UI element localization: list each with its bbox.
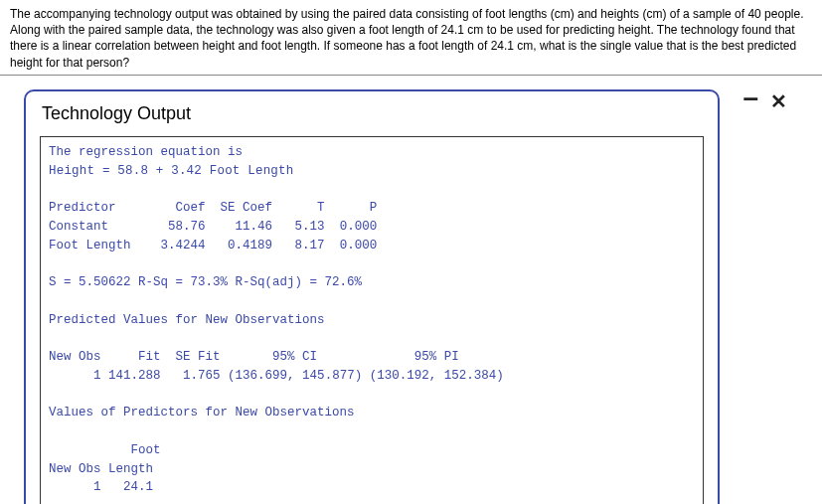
- regression-header: The regression equation is: [49, 145, 243, 159]
- newobs-r1c1: 1: [93, 369, 101, 383]
- newobs-h5: 95% PI: [414, 350, 459, 364]
- pred-header-predictor: Predictor: [49, 201, 116, 215]
- newobs-r1c2: 141.288: [108, 369, 161, 383]
- values-r1c1: 1: [93, 480, 101, 494]
- values-header: Values of Predictors for New Observation…: [49, 406, 355, 420]
- newobs-h3: SE Fit: [176, 350, 221, 364]
- close-icon[interactable]: ✕: [770, 91, 787, 111]
- pred-foot-coef: 3.4244: [161, 239, 206, 252]
- values-h2a: New Obs: [49, 462, 101, 476]
- newobs-r1c3: 1.765: [183, 369, 221, 383]
- values-h2b: Length: [108, 462, 153, 476]
- newobs-h1: New Obs: [49, 350, 101, 364]
- newobs-r1c5: (130.192, 152.384): [370, 369, 504, 383]
- pred-header-coef: Coef: [176, 201, 206, 215]
- pred-constant-se: 11.46: [236, 220, 273, 234]
- predicted-values-header: Predicted Values for New Observations: [49, 313, 325, 327]
- regression-output: The regression equation is Height = 58.8…: [40, 136, 704, 504]
- pred-header-t: T: [317, 201, 325, 215]
- panel-title: Technology Output: [42, 103, 704, 124]
- values-h1: Foot: [131, 443, 161, 457]
- technology-output-panel: – ✕ Technology Output The regression equ…: [24, 89, 720, 504]
- newobs-h4: 95% CI: [272, 350, 317, 364]
- newobs-h2: Fit: [138, 350, 161, 364]
- pred-constant-coef: 58.76: [168, 220, 206, 234]
- pred-constant-p: 0.000: [340, 220, 378, 234]
- pred-constant-t: 5.13: [295, 220, 325, 234]
- pred-foot-p: 0.000: [340, 239, 378, 252]
- values-r1c2: 24.1: [123, 480, 153, 494]
- pred-foot-label: Foot Length: [49, 239, 131, 252]
- pred-constant-label: Constant: [49, 220, 108, 234]
- pred-foot-t: 8.17: [295, 239, 325, 252]
- model-stats: S = 5.50622 R-Sq = 73.3% R-Sq(adj) = 72.…: [49, 275, 362, 289]
- pred-foot-se: 0.4189: [228, 239, 272, 252]
- pred-header-p: P: [370, 201, 378, 215]
- problem-statement: The accompanying technology output was o…: [0, 0, 822, 76]
- minimize-icon[interactable]: –: [742, 84, 758, 111]
- pred-header-secoef: SE Coef: [221, 201, 273, 215]
- regression-equation: Height = 58.8 + 3.42 Foot Length: [49, 164, 293, 178]
- newobs-r1c4: (136.699, 145.877): [228, 369, 362, 383]
- window-controls: – ✕: [742, 87, 787, 115]
